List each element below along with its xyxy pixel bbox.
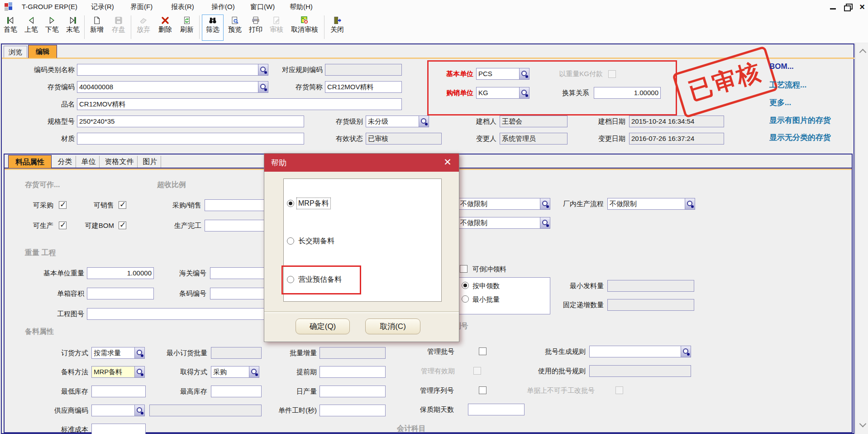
item-level-field[interactable]: 未分级	[366, 116, 419, 127]
can-purchase-checkbox[interactable]	[59, 201, 67, 209]
dialog-option-long-lead-label[interactable]: 长交期备料	[297, 236, 336, 246]
order-mode-field[interactable]: 按需求量	[91, 347, 135, 359]
issue-by-request-radio[interactable]	[462, 282, 469, 289]
can-build-bom-checkbox[interactable]	[119, 222, 126, 229]
toolbar-print-button[interactable]: 打印	[245, 14, 266, 41]
lookup-icon[interactable]	[135, 347, 145, 359]
production-ratio-field[interactable]	[205, 220, 269, 231]
shelf-life-field[interactable]	[468, 404, 525, 415]
prep-method-field[interactable]: MRP备料	[91, 366, 135, 378]
min-stock-field[interactable]	[91, 386, 146, 397]
toolbar-new-button[interactable]: 新增	[86, 14, 107, 41]
scroll-down-button[interactable]	[857, 420, 868, 431]
toolbar-preview-button[interactable]: 预览	[224, 14, 245, 41]
toolbar-close-button[interactable]: 关闭	[327, 14, 348, 41]
toolbar-cancel-audit-button[interactable]: 取消审核	[287, 14, 322, 41]
lookup-icon[interactable]	[135, 405, 145, 416]
toolbar-next-button[interactable]: 下笔	[42, 14, 62, 41]
lookup-icon[interactable]	[520, 68, 529, 80]
lookup-icon[interactable]	[135, 366, 145, 378]
base-unit-weight-field[interactable]: 1.00000	[87, 267, 154, 279]
purchase-sales-ratio-field[interactable]	[205, 199, 269, 211]
manage-serial-checkbox[interactable]	[479, 386, 486, 394]
dialog-option-forecast-label[interactable]: 营业预估备料	[297, 274, 343, 285]
customs-code-field[interactable]	[210, 267, 270, 279]
minimize-button[interactable]	[827, 1, 839, 12]
restore-button[interactable]	[842, 1, 854, 12]
lookup-icon[interactable]	[540, 217, 550, 229]
material-field[interactable]	[77, 133, 304, 145]
link-process-flow[interactable]: 工艺流程...	[769, 80, 806, 90]
link-show-with-image[interactable]: 显示有图片的存货	[769, 115, 831, 125]
subtab-classification[interactable]: 分类	[54, 156, 76, 168]
close-button[interactable]: ×	[856, 1, 868, 12]
box-volume-field[interactable]	[87, 288, 154, 299]
lookup-icon[interactable]	[681, 346, 691, 357]
vertical-scrollbar[interactable]	[855, 43, 868, 434]
dialog-title-bar[interactable]: 帮助 ✕	[264, 154, 459, 172]
menu-action[interactable]: 操作(O)	[210, 2, 236, 12]
item-code-field[interactable]: 400400008	[77, 81, 258, 93]
dialog-cancel-button[interactable]: 取消(C)	[365, 318, 420, 334]
toolbar-filter-button[interactable]: 筛选	[202, 14, 224, 41]
menu-window[interactable]: 窗口(W)	[249, 2, 276, 12]
coding-class-field[interactable]	[77, 64, 258, 76]
can-produce-checkbox[interactable]	[59, 222, 67, 229]
manage-batch-checkbox[interactable]	[479, 347, 486, 355]
lookup-icon[interactable]	[540, 198, 550, 210]
dialog-ok-button[interactable]: 确定(Q)	[296, 318, 350, 334]
restriction-a-field[interactable]: 不做限制	[458, 198, 540, 210]
restriction-b-field[interactable]: 不做限制	[458, 217, 540, 229]
subtab-qualification[interactable]: 资格文件	[101, 156, 138, 168]
scroll-up-button[interactable]	[857, 45, 868, 57]
barcode-field[interactable]	[210, 288, 270, 299]
spec-field[interactable]: 250*240*35	[77, 116, 304, 127]
dialog-option-long-lead-radio[interactable]	[287, 237, 294, 245]
menu-view[interactable]: 界面(F)	[129, 2, 154, 12]
backflush-checkbox[interactable]	[460, 265, 467, 273]
toolbar-prev-button[interactable]: 上笔	[21, 14, 42, 41]
supplier-code-field[interactable]	[91, 405, 135, 416]
min-batch-radio[interactable]	[462, 295, 469, 303]
conversion-field[interactable]: 1.00000	[594, 87, 661, 99]
menu-app[interactable]: T-GROUP ERP(E)	[20, 2, 79, 12]
subtab-item-attributes[interactable]: 料品属性	[8, 155, 52, 168]
max-stock-field[interactable]	[211, 386, 262, 397]
trade-unit-field[interactable]: KG	[476, 87, 520, 99]
menu-report[interactable]: 报表(R)	[170, 2, 196, 12]
unit-work-time-field[interactable]	[320, 405, 386, 416]
base-unit-field[interactable]: PCS	[476, 68, 520, 80]
lookup-icon[interactable]	[685, 198, 695, 210]
standard-cost-field[interactable]	[91, 424, 146, 434]
acquire-mode-field[interactable]: 采购	[211, 366, 249, 378]
lookup-icon[interactable]	[249, 366, 259, 378]
link-more[interactable]: 更多...	[769, 97, 791, 108]
toolbar-first-button[interactable]: 首笔	[0, 14, 21, 41]
can-sell-checkbox[interactable]	[119, 201, 126, 209]
lookup-icon[interactable]	[419, 116, 429, 127]
tab-browse[interactable]: 浏览	[4, 46, 27, 58]
toolbar-refresh-button[interactable]: 刷新	[176, 14, 197, 41]
lookup-icon[interactable]	[258, 64, 268, 76]
batch-rule-field[interactable]	[589, 346, 681, 357]
subtab-picture[interactable]: 图片	[139, 156, 161, 168]
lead-time-field[interactable]	[320, 366, 386, 378]
toolbar-last-button[interactable]: 末笔	[62, 14, 83, 41]
lookup-icon[interactable]	[258, 81, 268, 93]
factory-flow-field[interactable]: 不做限制	[607, 198, 685, 210]
item-short-name-field[interactable]: CR12MOV精料	[325, 81, 402, 93]
link-bom[interactable]: BOM...	[769, 62, 794, 71]
dialog-close-icon[interactable]: ✕	[442, 156, 453, 168]
item-name-field[interactable]: CR12MOV精料	[77, 98, 402, 110]
daily-output-field[interactable]	[320, 386, 386, 397]
tab-edit[interactable]: 编辑	[28, 45, 57, 58]
drawing-no-field[interactable]	[87, 308, 270, 320]
dialog-option-forecast-radio[interactable]	[287, 276, 294, 283]
lookup-icon[interactable]	[520, 87, 529, 99]
toolbar-delete-button[interactable]: 删除	[155, 14, 176, 41]
menu-record[interactable]: 记录(R)	[90, 2, 115, 12]
subtab-unit[interactable]: 单位	[78, 156, 100, 168]
link-show-unclassified[interactable]: 显示无分类的存货	[769, 132, 831, 143]
menu-help[interactable]: 帮助(H)	[288, 2, 314, 12]
dialog-option-mrp-radio[interactable]	[287, 200, 294, 207]
